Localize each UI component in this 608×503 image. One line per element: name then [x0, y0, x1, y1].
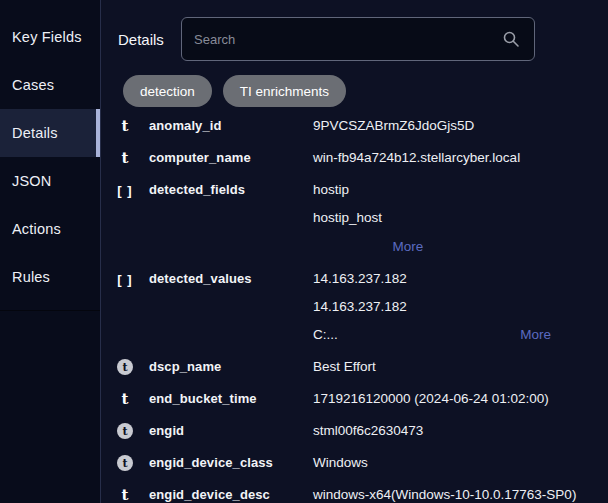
sidebar-item-cases[interactable]: Cases — [0, 61, 100, 109]
field-row-anomaly-id: tanomaly_id9PVCSZABrmZ6JdoGjs5D — [101, 110, 608, 142]
sidebar-item-label: Cases — [12, 77, 54, 93]
fields-list: tanomaly_id9PVCSZABrmZ6JdoGjs5Dtcomputer… — [101, 110, 608, 503]
field-row-end-bucket-time: tend_bucket_time1719216120000 (2024-06-2… — [101, 383, 608, 415]
sidebar-item-details[interactable]: Details — [0, 109, 100, 157]
field-type-icon-col: t — [101, 112, 149, 140]
field-value: Windows — [313, 449, 551, 477]
field-value: C:...More — [313, 321, 551, 349]
field-value-col: Best Effort — [313, 353, 551, 381]
sidebar: Key FieldsCasesDetailsJSONActionsRules — [0, 0, 101, 503]
field-type-icon-col: t — [101, 144, 149, 172]
keyword-type-icon: t — [117, 423, 133, 439]
search-box — [181, 17, 535, 61]
field-value-col: 14.163.237.18214.163.237.182C:...More — [313, 265, 551, 349]
field-name: detected_values — [149, 265, 313, 293]
search-input[interactable] — [182, 18, 534, 60]
field-row-engid: tengidstml00f6c2630473 — [101, 415, 608, 447]
field-name: engid_device_desc — [149, 481, 313, 503]
page-title: Details — [118, 31, 181, 48]
field-value-col: 1719216120000 (2024-06-24 01:02:00) — [313, 385, 551, 413]
field-value-col: stml00f6c2630473 — [313, 417, 551, 445]
details-panel: Key FieldsCasesDetailsJSONActionsRules D… — [0, 0, 608, 503]
field-name: engid_device_class — [149, 449, 313, 477]
more-link[interactable]: More — [393, 239, 424, 254]
field-value: 9PVCSZABrmZ6JdoGjs5D — [313, 112, 551, 140]
filter-chip-ti-enrichments[interactable]: TI enrichments — [223, 75, 346, 107]
field-value-col: hostiphostip_hostMore — [313, 176, 551, 261]
filter-chips: detectionTI enrichments — [101, 75, 608, 107]
field-value: Best Effort — [313, 353, 551, 381]
sidebar-item-actions[interactable]: Actions — [0, 205, 100, 253]
field-value-col: win-fb94a724b12.stellarcyber.local — [313, 144, 551, 172]
header: Details — [101, 0, 608, 61]
text-type-icon: t — [122, 151, 129, 166]
field-row-dscp-name: tdscp_nameBest Effort — [101, 351, 608, 383]
field-type-icon-col: t — [101, 449, 149, 477]
keyword-type-icon: t — [117, 359, 133, 375]
sidebar-separator — [0, 310, 100, 311]
sidebar-nav: Key FieldsCasesDetailsJSONActionsRules — [0, 0, 100, 301]
field-value: 14.163.237.182 — [313, 265, 551, 293]
field-name: dscp_name — [149, 353, 313, 381]
keyword-type-icon: t — [117, 455, 133, 471]
field-type-icon-col: t — [101, 481, 149, 503]
more-link[interactable]: More — [520, 321, 551, 349]
sidebar-item-label: Key Fields — [12, 29, 82, 45]
field-value-col: Windows — [313, 449, 551, 477]
field-value: hostip — [313, 176, 551, 204]
array-type-icon: [ ] — [117, 273, 132, 286]
field-value-col: windows-x64(Windows-10-10.0.17763-SP0) — [313, 481, 551, 503]
text-type-icon: t — [122, 119, 129, 134]
sidebar-item-label: Actions — [12, 221, 61, 237]
field-row-computer-name: tcomputer_namewin-fb94a724b12.stellarcyb… — [101, 142, 608, 174]
text-type-icon: t — [122, 392, 129, 407]
field-type-icon-col: t — [101, 353, 149, 381]
field-row-detected-fields: [ ]detected_fieldshostiphostip_hostMore — [101, 174, 608, 263]
field-row-engid-device-class: tengid_device_classWindows — [101, 447, 608, 479]
field-name: detected_fields — [149, 176, 313, 204]
more-row: More — [313, 232, 503, 261]
field-value: stml00f6c2630473 — [313, 417, 551, 445]
sidebar-item-json[interactable]: JSON — [0, 157, 100, 205]
field-value: 14.163.237.182 — [313, 293, 551, 321]
sidebar-item-label: JSON — [12, 173, 51, 189]
field-value: win-fb94a724b12.stellarcyber.local — [313, 144, 551, 172]
field-type-icon-col: [ ] — [101, 176, 149, 204]
text-type-icon: t — [122, 488, 129, 503]
field-value: windows-x64(Windows-10-10.0.17763-SP0) — [313, 481, 551, 503]
field-row-detected-values: [ ]detected_values14.163.237.18214.163.2… — [101, 263, 608, 351]
sidebar-item-rules[interactable]: Rules — [0, 253, 100, 301]
sidebar-item-label: Rules — [12, 269, 50, 285]
field-type-icon-col: t — [101, 385, 149, 413]
sidebar-item-label: Details — [12, 125, 58, 141]
field-value: 1719216120000 (2024-06-24 01:02:00) — [313, 385, 551, 413]
field-type-icon-col: [ ] — [101, 265, 149, 293]
array-type-icon: [ ] — [117, 184, 132, 197]
field-value-text: C:... — [313, 321, 338, 349]
field-value-col: 9PVCSZABrmZ6JdoGjs5D — [313, 112, 551, 140]
field-name: computer_name — [149, 144, 313, 172]
field-name: anomaly_id — [149, 112, 313, 140]
sidebar-item-key-fields[interactable]: Key Fields — [0, 13, 100, 61]
filter-chip-detection[interactable]: detection — [123, 75, 212, 107]
field-type-icon-col: t — [101, 417, 149, 445]
field-value: hostip_host — [313, 204, 551, 232]
search-icon[interactable] — [502, 30, 520, 48]
field-row-engid-device-desc: tengid_device_descwindows-x64(Windows-10… — [101, 479, 608, 503]
main-content: Details detectionTI enrichments tanomaly… — [101, 0, 608, 503]
field-name: end_bucket_time — [149, 385, 313, 413]
field-name: engid — [149, 417, 313, 445]
